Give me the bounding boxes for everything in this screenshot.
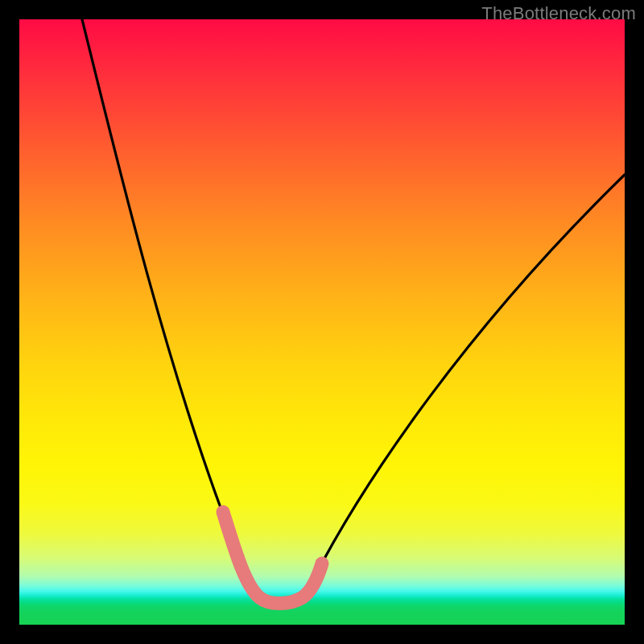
highlight-segment (223, 512, 322, 604)
bottleneck-curve (82, 19, 625, 601)
plot-svg (19, 19, 625, 625)
watermark-text: TheBottleneck.com (481, 3, 636, 24)
plot-frame (19, 19, 625, 625)
